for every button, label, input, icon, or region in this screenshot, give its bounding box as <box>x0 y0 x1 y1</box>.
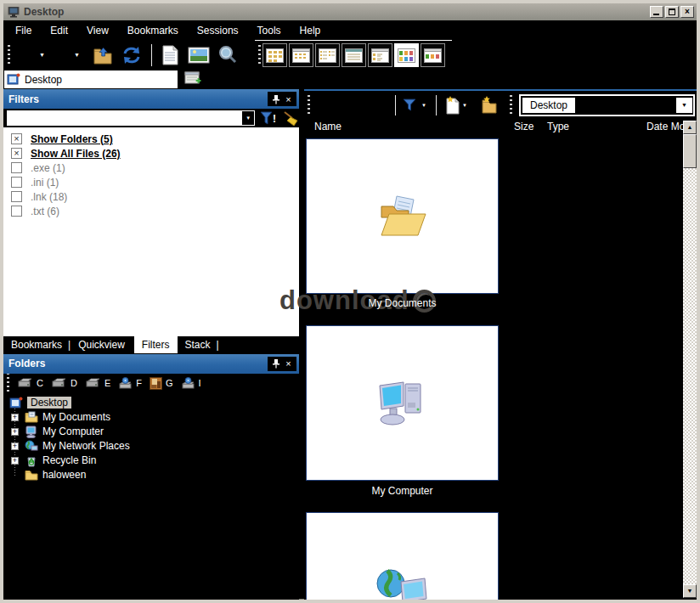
expand-icon[interactable]: + <box>11 442 19 450</box>
hdd-icon <box>17 378 33 389</box>
forward-dropdown-icon[interactable]: ▼ <box>74 52 80 58</box>
filters-panel-title: Filters <box>8 93 39 105</box>
tree-item-my-computer[interactable]: + My Computer <box>3 425 299 439</box>
tab-quickview[interactable]: Quickview <box>74 337 129 352</box>
apply-filter-button[interactable]: ! <box>260 110 277 126</box>
column-size[interactable]: Size <box>514 121 533 132</box>
pane-tab-desktop[interactable]: Desktop <box>522 98 575 113</box>
view-filmstrip-button[interactable] <box>421 43 445 67</box>
image-view-button[interactable] <box>188 44 210 66</box>
toolbar-separator <box>436 95 437 116</box>
filter-label[interactable]: .lnk (18) <box>31 191 67 203</box>
menu-sessions[interactable]: Sessions <box>190 23 246 38</box>
menu-bookmarks[interactable]: Bookmarks <box>121 23 185 38</box>
title-bar[interactable]: Desktop × <box>3 3 697 20</box>
checkbox-unchecked[interactable] <box>11 177 22 188</box>
filter-label[interactable]: Show Folders (5) <box>31 133 113 145</box>
drive-d[interactable]: D <box>51 378 77 389</box>
expand-icon[interactable]: + <box>11 428 19 436</box>
tab-stack[interactable]: Stack <box>181 337 215 352</box>
new-document-button[interactable] <box>159 44 181 66</box>
drive-e[interactable]: E <box>85 378 110 389</box>
checkbox-unchecked[interactable] <box>11 162 22 173</box>
refresh-button[interactable] <box>121 44 143 66</box>
up-folder-icon <box>92 45 114 65</box>
menu-file[interactable]: File <box>8 23 38 38</box>
menu-edit[interactable]: Edit <box>43 23 75 38</box>
view-toolbar-grip[interactable] <box>258 45 261 65</box>
scroll-up-button[interactable]: ▲ <box>683 121 697 134</box>
filter-combo-input[interactable] <box>7 110 242 126</box>
tree-item-recycle-bin[interactable]: + Recycle Bin <box>3 454 299 468</box>
checkbox-unchecked[interactable] <box>11 206 22 217</box>
pin-panel-button[interactable] <box>269 358 282 370</box>
checkbox-checked[interactable]: × <box>11 148 22 159</box>
checkbox-checked[interactable]: × <box>11 133 22 144</box>
menu-view[interactable]: View <box>80 23 116 38</box>
file-item-my-documents[interactable] <box>306 138 499 294</box>
details-view-icon <box>345 48 363 63</box>
tree-item-my-network-places[interactable]: + My Network Places <box>3 439 299 454</box>
filter-item-show-all-files: × Show All Files (26) <box>3 146 299 161</box>
view-large-icons-button[interactable] <box>262 43 287 67</box>
pane-toolbar-grip[interactable] <box>308 95 310 116</box>
toolbar-grip[interactable] <box>8 45 10 65</box>
filter-label[interactable]: .exe (1) <box>31 162 65 174</box>
tree-item-desktop[interactable]: Desktop <box>3 396 299 410</box>
pin-icon <box>272 94 280 104</box>
filmstrip-view-icon <box>424 48 442 63</box>
column-name[interactable]: Name <box>314 121 342 132</box>
tab-filters[interactable]: Filters <box>134 336 178 353</box>
close-panel-button[interactable]: × <box>282 93 295 105</box>
view-small-icons-button[interactable] <box>289 43 313 67</box>
view-tiles-button[interactable] <box>368 43 392 67</box>
view-list-button[interactable] <box>315 43 340 67</box>
tab-bookmarks[interactable]: Bookmarks <box>7 337 66 352</box>
search-button[interactable] <box>217 44 239 66</box>
new-folder-button[interactable] <box>477 94 501 116</box>
tree-item-my-documents[interactable]: + My Documents <box>3 410 299 425</box>
pane-filter-button[interactable]: ▼ <box>401 94 428 116</box>
search-icon <box>217 45 238 65</box>
pin-icon <box>272 358 280 369</box>
list-view-icon <box>319 48 336 63</box>
minimize-button[interactable] <box>650 6 663 18</box>
checkbox-unchecked[interactable] <box>11 191 22 202</box>
drive-c[interactable]: C <box>17 378 43 389</box>
filter-combo-dropdown[interactable]: ▼ <box>242 110 255 126</box>
drive-f[interactable]: F <box>118 377 142 390</box>
add-tab-button[interactable] <box>184 70 203 89</box>
drive-i[interactable]: I <box>181 377 201 390</box>
back-dropdown-icon[interactable]: ▼ <box>39 52 45 58</box>
close-panel-button[interactable]: × <box>282 358 295 370</box>
drive-g[interactable]: G <box>150 377 173 390</box>
file-item-my-network-places[interactable] <box>306 512 499 600</box>
menu-help[interactable]: Help <box>293 23 328 38</box>
filter-label[interactable]: Show All Files (26) <box>31 148 121 160</box>
scroll-down-button[interactable]: ▼ <box>683 584 697 598</box>
clear-filter-button[interactable] <box>282 110 299 126</box>
scrollbar-track[interactable] <box>683 168 697 584</box>
file-item-my-computer[interactable] <box>306 325 499 481</box>
filter-label[interactable]: .txt (6) <box>31 206 59 217</box>
menu-tools[interactable]: Tools <box>251 23 288 38</box>
view-details-button[interactable] <box>342 43 366 67</box>
picture-icon <box>188 47 210 64</box>
expand-icon[interactable]: + <box>11 457 19 465</box>
recycle-bin-icon <box>25 454 38 467</box>
drive-bar-grip[interactable] <box>7 373 9 393</box>
filter-label[interactable]: .ini (1) <box>31 177 59 189</box>
new-file-button[interactable]: ▼ <box>442 94 471 116</box>
column-type[interactable]: Type <box>547 121 569 132</box>
tab-list-dropdown[interactable]: ▼ <box>675 98 692 113</box>
address-input[interactable]: Desktop <box>4 70 178 88</box>
maximize-button[interactable] <box>665 6 679 18</box>
tabstrip-grip[interactable] <box>510 95 512 116</box>
tree-item-haloween[interactable]: haloween <box>3 468 299 482</box>
up-folder-button[interactable] <box>92 44 114 66</box>
expand-icon[interactable]: + <box>11 414 19 421</box>
pin-panel-button[interactable] <box>269 93 282 105</box>
scrollbar-thumb[interactable] <box>683 134 697 168</box>
view-thumbnails-button[interactable] <box>394 43 419 67</box>
close-button[interactable]: × <box>680 6 694 18</box>
